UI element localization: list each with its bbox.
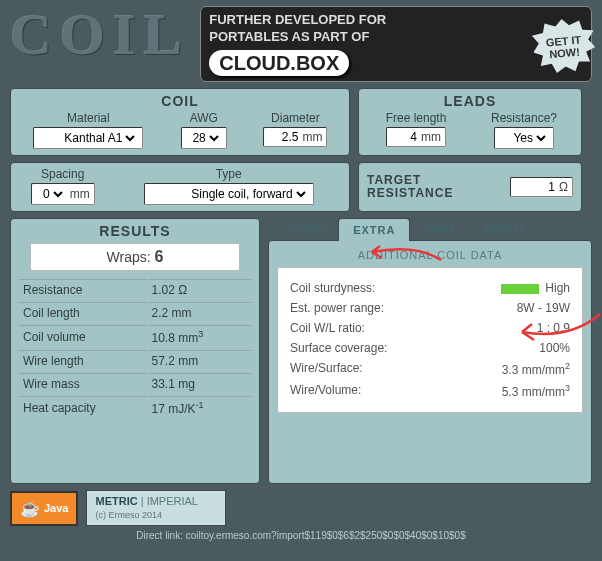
type-select[interactable]: Single coil, forward <box>149 186 309 202</box>
tab-body: ADDITIONAL COIL DATA Coil sturdyness: Hi… <box>268 240 592 484</box>
extra-data-box: Coil sturdyness: High Est. power range:8… <box>277 267 583 413</box>
tabs-area: VIEW EXTRA INFO ABOUT ADDITIONAL COIL DA… <box>268 218 592 484</box>
table-row: Wire length57.2 mm <box>19 350 251 371</box>
sturdyness-bar <box>501 284 539 294</box>
imperial-button[interactable]: IMPERIAL <box>147 495 198 507</box>
freelength-input[interactable] <box>391 130 417 144</box>
tab-extra[interactable]: EXTRA <box>338 218 410 241</box>
direct-link: Direct link: coiltoy.ermeso.com?import$1… <box>10 530 592 541</box>
table-row: Resistance1.02 Ω <box>19 279 251 300</box>
coil-panel: COIL Material Kanthal A1 AWG 28 Diameter… <box>10 88 350 156</box>
tab-info[interactable]: INFO <box>410 218 468 241</box>
tab-view[interactable]: VIEW <box>278 218 338 241</box>
table-row: Coil length2.2 mm <box>19 302 251 323</box>
diameter-input[interactable] <box>268 130 298 144</box>
results-panel: RESULTS Wraps: 6 Resistance1.02 Ω Coil l… <box>10 218 260 484</box>
results-table: Resistance1.02 Ω Coil length2.2 mm Coil … <box>17 277 253 421</box>
spacing-select[interactable]: 0 <box>36 186 66 202</box>
cloudbox-logo: CLOUD.BOX <box>209 50 349 76</box>
leads-title: LEADS <box>365 93 575 109</box>
unit-toggle: METRIC | IMPERIAL (c) Ermeso 2014 <box>86 490 226 526</box>
tab-about[interactable]: ABOUT <box>469 218 540 241</box>
promo-banner[interactable]: FURTHER DEVELOPED FOR PORTABLES AS PART … <box>200 6 592 82</box>
promo-text: FURTHER DEVELOPED FOR PORTABLES AS PART … <box>209 12 386 76</box>
results-title: RESULTS <box>17 223 253 239</box>
wraps-display: Wraps: 6 <box>30 243 240 271</box>
awg-select[interactable]: 28 <box>186 130 222 146</box>
table-row: Heat capacity17 mJ/K-1 <box>19 396 251 419</box>
metric-button[interactable]: METRIC <box>95 495 137 507</box>
get-it-now-badge[interactable]: GET IT NOW! <box>531 16 598 77</box>
java-badge[interactable]: ☕Java <box>10 491 78 526</box>
table-row: Wire mass33.1 mg <box>19 373 251 394</box>
material-select[interactable]: Kanthal A1 <box>38 130 138 146</box>
target-resistance-input[interactable] <box>515 180 555 194</box>
table-row: Coil volume10.8 mm3 <box>19 325 251 348</box>
target-panel: TARGETRESISTANCE Ω <box>358 162 582 212</box>
resistance-select[interactable]: Yes <box>499 130 549 146</box>
logo: COIL <box>10 6 190 64</box>
coil-title: COIL <box>17 93 343 109</box>
java-icon: ☕ <box>20 499 40 518</box>
coil-panel-2: Spacing 0mm Type Single coil, forward <box>10 162 350 212</box>
leads-panel: LEADS Free length mm Resistance? Yes <box>358 88 582 156</box>
